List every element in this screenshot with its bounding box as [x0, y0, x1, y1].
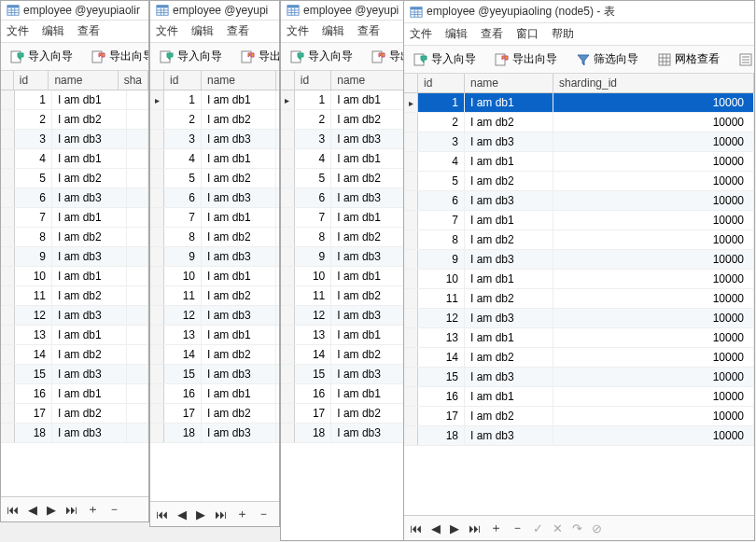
cell-shard[interactable]: 10000: [553, 309, 754, 327]
cell-shard[interactable]: 10000: [553, 230, 754, 249]
cell-name[interactable]: I am db3: [331, 424, 405, 442]
table-row[interactable]: 14I am db2: [281, 345, 405, 365]
cell-name[interactable]: I am db2: [202, 345, 276, 364]
table-row[interactable]: 1I am db1: [281, 90, 405, 110]
cell-shard[interactable]: 10000: [553, 328, 754, 347]
cell-id[interactable]: 15: [418, 368, 465, 386]
table-row[interactable]: 8I am db2: [281, 228, 405, 247]
cell-shard[interactable]: 10000: [553, 132, 754, 151]
menu-file[interactable]: 文件: [7, 23, 29, 39]
table-row[interactable]: 8I am db210000: [404, 230, 754, 250]
table-row[interactable]: 7I am db110000: [404, 211, 754, 230]
cell-sha[interactable]: [127, 384, 148, 403]
cell-name[interactable]: I am db1: [202, 326, 276, 344]
table-row[interactable]: 18I am db3: [1, 424, 148, 443]
table-row[interactable]: 1I am db1: [150, 90, 279, 110]
col-name[interactable]: name: [465, 74, 553, 92]
col-id[interactable]: id: [164, 71, 202, 90]
table-row[interactable]: 11I am db210000: [404, 289, 754, 309]
cell-name[interactable]: I am db3: [465, 309, 553, 327]
cell-name[interactable]: I am db3: [331, 365, 405, 383]
table-row[interactable]: 4I am db1: [150, 149, 279, 169]
cell-id[interactable]: 1: [15, 90, 52, 109]
cell-name[interactable]: I am db1: [52, 326, 127, 344]
cell-shard[interactable]: 10000: [553, 270, 754, 288]
cell-id[interactable]: 6: [295, 188, 332, 207]
cell-name[interactable]: I am db1: [465, 270, 553, 288]
cell-shard[interactable]: 10000: [553, 93, 754, 112]
cell-id[interactable]: 5: [295, 169, 332, 188]
cell-sha[interactable]: [127, 267, 148, 285]
cell-name[interactable]: I am db1: [52, 208, 127, 227]
table-row[interactable]: 16I am db1: [1, 384, 148, 404]
table-row[interactable]: 5I am db210000: [404, 172, 754, 191]
cell-name[interactable]: I am db3: [465, 250, 553, 269]
table-row[interactable]: 7I am db1: [281, 208, 405, 228]
cell-id[interactable]: 10: [295, 267, 332, 285]
cell-name[interactable]: I am db2: [331, 228, 405, 246]
cell-id[interactable]: 18: [418, 426, 465, 445]
table-row[interactable]: 9I am db310000: [404, 250, 754, 270]
cell-id[interactable]: 4: [15, 149, 52, 168]
cell-id[interactable]: 9: [15, 247, 52, 266]
table-row[interactable]: 6I am db3: [150, 188, 279, 208]
table-row[interactable]: 11I am db2: [1, 286, 148, 306]
cell-name[interactable]: I am db3: [465, 426, 553, 445]
nav-add[interactable]: ＋: [490, 520, 502, 536]
nav-next[interactable]: ▶: [450, 521, 459, 535]
col-id[interactable]: id: [295, 71, 332, 90]
cell-id[interactable]: 8: [164, 228, 202, 246]
import-button[interactable]: 导入向导: [7, 47, 77, 66]
table-row[interactable]: 18I am db3: [281, 424, 405, 443]
table-row[interactable]: 12I am db3: [281, 306, 405, 326]
cell-id[interactable]: 14: [164, 345, 202, 364]
nav-cancel[interactable]: ✕: [553, 521, 563, 535]
table-row[interactable]: 4I am db1: [281, 149, 405, 169]
nav-delete[interactable]: －: [258, 506, 270, 522]
import-button[interactable]: 导入向导: [287, 47, 357, 66]
cell-name[interactable]: I am db1: [52, 384, 127, 403]
cell-id[interactable]: 18: [15, 424, 52, 442]
cell-id[interactable]: 13: [295, 326, 332, 344]
cell-name[interactable]: I am db1: [331, 90, 405, 109]
table-row[interactable]: 2I am db2: [1, 110, 148, 130]
table-row[interactable]: 4I am db110000: [404, 152, 754, 172]
table-row[interactable]: 10I am db110000: [404, 270, 754, 289]
menu-window[interactable]: 窗口: [516, 26, 539, 42]
table-row[interactable]: 9I am db3: [281, 247, 405, 267]
cell-id[interactable]: 12: [15, 306, 52, 325]
import-button[interactable]: 导入向导: [156, 47, 226, 66]
cell-id[interactable]: 5: [15, 169, 52, 188]
cell-id[interactable]: 10: [15, 267, 52, 285]
export-button[interactable]: 导出向导: [368, 47, 405, 66]
menu-edit[interactable]: 编辑: [191, 23, 214, 39]
cell-id[interactable]: 2: [164, 110, 202, 129]
cell-id[interactable]: 3: [418, 132, 465, 151]
table-row[interactable]: 15I am db310000: [404, 368, 754, 387]
nav-delete[interactable]: －: [511, 520, 524, 536]
cell-name[interactable]: I am db3: [202, 130, 276, 148]
cell-name[interactable]: I am db1: [331, 384, 405, 403]
table-row[interactable]: 5I am db2: [1, 169, 148, 188]
cell-name[interactable]: I am db1: [202, 208, 276, 227]
table-row[interactable]: 11I am db2: [281, 286, 405, 306]
cell-id[interactable]: 4: [164, 149, 202, 168]
cell-name[interactable]: I am db3: [52, 306, 127, 325]
table-row[interactable]: 15I am db3: [281, 365, 405, 384]
import-button[interactable]: 导入向导: [410, 49, 480, 69]
cell-id[interactable]: 12: [295, 306, 332, 325]
col-id[interactable]: id: [418, 74, 465, 92]
nav-add[interactable]: ＋: [87, 501, 99, 518]
cell-sha[interactable]: [127, 404, 148, 423]
cell-id[interactable]: 10: [418, 270, 465, 288]
cell-id[interactable]: 15: [295, 365, 332, 383]
cell-name[interactable]: I am db1: [465, 387, 553, 406]
cell-name[interactable]: I am db3: [52, 188, 127, 207]
table-row[interactable]: 17I am db2: [1, 404, 148, 424]
col-sha[interactable]: sha: [119, 71, 148, 90]
table-row[interactable]: 16I am db1: [150, 384, 279, 404]
table-row[interactable]: 16I am db1: [281, 384, 405, 404]
table-row[interactable]: 12I am db3: [150, 306, 279, 326]
table-row[interactable]: 3I am db3: [150, 130, 279, 149]
cell-id[interactable]: 8: [15, 228, 52, 246]
